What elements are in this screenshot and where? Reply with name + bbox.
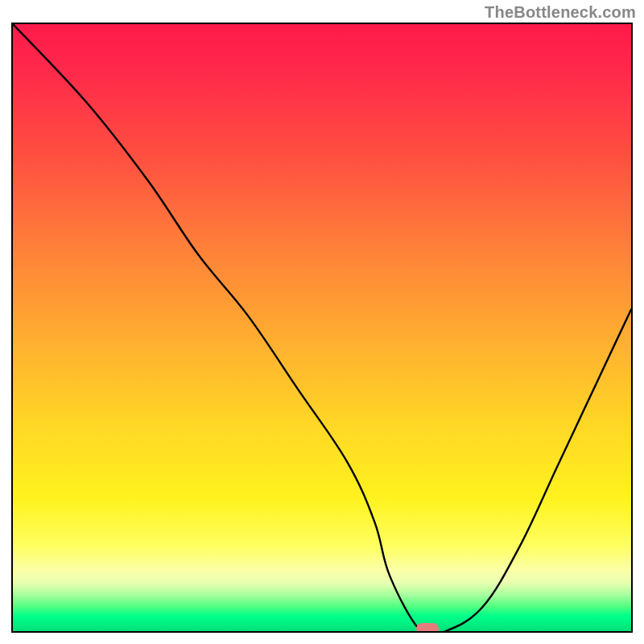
plot-frame [11, 23, 633, 633]
optimal-marker [416, 623, 439, 633]
curve-path [13, 24, 631, 631]
chart-container: TheBottleneck.com [0, 0, 644, 644]
bottleneck-curve [13, 24, 631, 631]
watermark-text: TheBottleneck.com [485, 3, 636, 22]
